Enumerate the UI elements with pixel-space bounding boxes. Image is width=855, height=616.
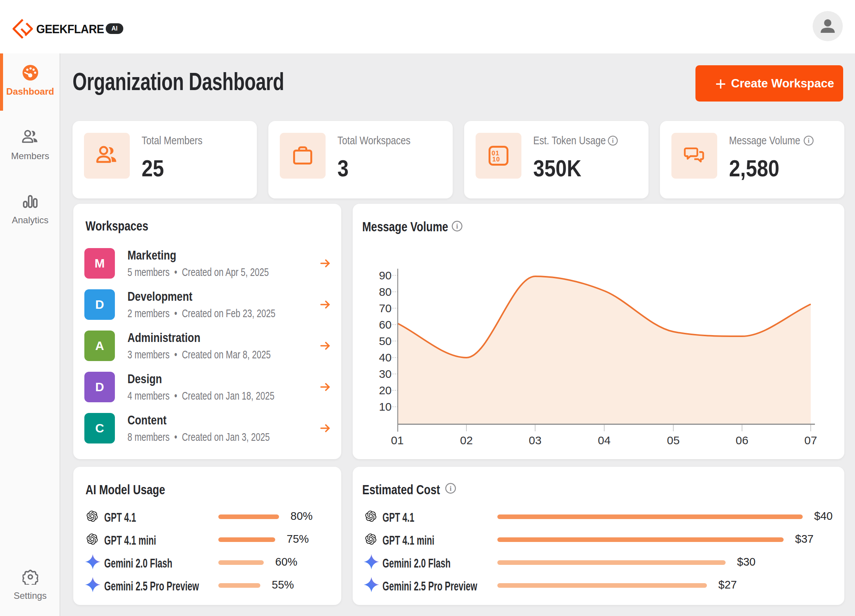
svg-text:40: 40 <box>379 351 392 364</box>
svg-text:30: 30 <box>379 368 392 380</box>
svg-text:90: 90 <box>379 269 392 282</box>
svg-text:10: 10 <box>379 400 392 413</box>
svg-text:20: 20 <box>379 384 392 397</box>
svg-text:07: 07 <box>804 434 817 447</box>
svg-text:06: 06 <box>736 434 748 447</box>
svg-text:i: i <box>808 137 810 144</box>
svg-text:i: i <box>612 137 614 144</box>
svg-text:03: 03 <box>529 434 541 447</box>
svg-text:04: 04 <box>598 434 610 447</box>
svg-text:05: 05 <box>667 434 679 447</box>
svg-text:01: 01 <box>391 434 403 447</box>
svg-text:70: 70 <box>379 302 392 314</box>
svg-text:80: 80 <box>379 285 392 298</box>
svg-text:50: 50 <box>379 335 392 347</box>
svg-text:i: i <box>450 485 452 492</box>
svg-text:60: 60 <box>379 318 392 331</box>
svg-text:10: 10 <box>492 156 500 163</box>
svg-text:02: 02 <box>460 434 473 447</box>
